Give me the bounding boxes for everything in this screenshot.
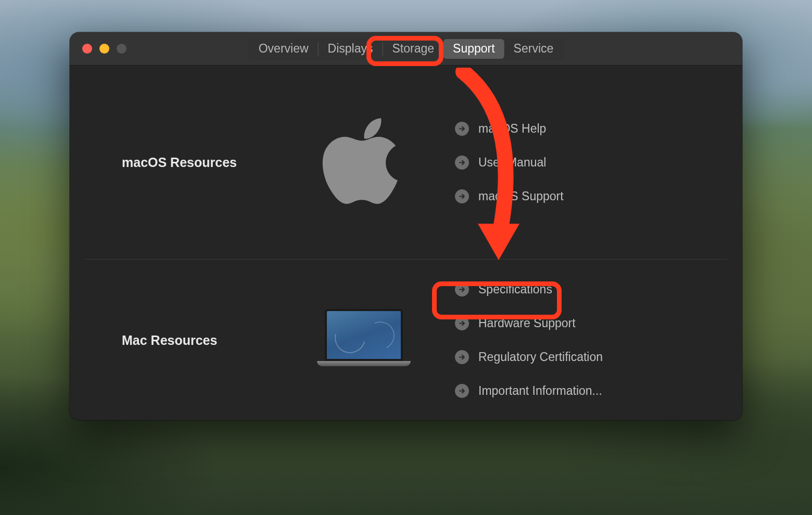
about-this-mac-window: Overview Displays Storage Support Servic…	[70, 32, 742, 420]
arrow-right-circle-icon	[455, 316, 469, 330]
link-user-manual[interactable]: User Manual	[455, 156, 727, 170]
link-macos-help[interactable]: macOS Help	[455, 122, 727, 136]
maximize-button[interactable]	[117, 44, 126, 54]
link-regulatory-certification[interactable]: Regulatory Certification	[455, 350, 727, 364]
macos-resources-section: macOS Resources macOS Help	[70, 66, 742, 259]
macbook-icon-wrap	[288, 309, 439, 371]
macos-resources-title: macOS Resources	[122, 155, 288, 170]
link-label: Hardware Support	[478, 316, 576, 330]
arrow-right-circle-icon	[455, 122, 469, 136]
link-specifications[interactable]: Specifications	[455, 282, 727, 297]
apple-logo-icon	[322, 112, 405, 213]
close-button[interactable]	[82, 44, 92, 54]
apple-logo-wrap	[288, 112, 439, 213]
tab-overview[interactable]: Overview	[249, 39, 318, 59]
minimize-button[interactable]	[99, 44, 109, 54]
titlebar: Overview Displays Storage Support Servic…	[70, 32, 742, 66]
support-content: macOS Resources macOS Help	[70, 66, 742, 420]
arrow-right-circle-icon	[455, 350, 469, 364]
window-controls	[70, 44, 126, 54]
link-label: Regulatory Certification	[478, 350, 603, 364]
arrow-right-circle-icon	[455, 282, 469, 297]
arrow-right-circle-icon	[455, 156, 469, 170]
link-label: Specifications	[478, 282, 552, 297]
link-important-information[interactable]: Important Information...	[455, 384, 727, 398]
link-label: Important Information...	[478, 384, 602, 398]
link-label: macOS Help	[478, 122, 546, 136]
mac-links: Specifications Hardware Support Regulato…	[439, 282, 727, 398]
tab-displays[interactable]: Displays	[319, 39, 383, 59]
link-macos-support[interactable]: macOS Support	[455, 189, 727, 203]
macbook-icon	[317, 309, 411, 371]
tab-service[interactable]: Service	[504, 39, 563, 59]
tab-group: Overview Displays Storage Support Servic…	[248, 38, 564, 60]
mac-resources-title: Mac Resources	[122, 333, 288, 348]
arrow-right-circle-icon	[455, 189, 469, 203]
link-hardware-support[interactable]: Hardware Support	[455, 316, 727, 330]
tab-support[interactable]: Support	[443, 39, 504, 59]
macos-links: macOS Help User Manual macOS Support	[439, 122, 727, 203]
tab-storage[interactable]: Storage	[383, 39, 443, 59]
mac-resources-section: Mac Resources Specifications	[70, 260, 742, 420]
link-label: User Manual	[478, 156, 546, 170]
link-label: macOS Support	[478, 189, 564, 203]
arrow-right-circle-icon	[455, 384, 469, 398]
